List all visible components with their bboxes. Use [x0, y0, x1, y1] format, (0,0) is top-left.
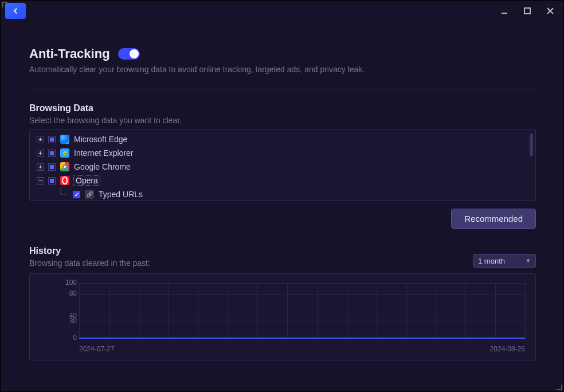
chevron-down-icon: ▼ — [526, 258, 531, 264]
gridline-vertical — [347, 283, 347, 338]
gridline-vertical — [406, 283, 407, 338]
tree-item-label: Google Chrome — [74, 162, 131, 171]
gridline-horizontal — [79, 316, 525, 316]
y-tick-label: 0 — [54, 334, 77, 342]
gridline-vertical — [317, 283, 318, 338]
gridline-horizontal — [79, 322, 525, 322]
gridline-vertical — [257, 283, 258, 338]
gridline-vertical — [198, 283, 198, 338]
history-chart: 03040801002024-07-272024-08-26 — [29, 273, 536, 360]
minimize-icon — [500, 7, 508, 15]
checkbox[interactable] — [48, 177, 56, 185]
tree-connector — [54, 189, 69, 200]
tree-item-label: Opera — [74, 176, 100, 185]
collapse-button[interactable]: − — [37, 177, 44, 185]
expand-button[interactable]: + — [37, 150, 44, 157]
divider — [29, 89, 536, 89]
tree-item[interactable]: +Google Chrome — [37, 160, 528, 174]
browsing-data-tree[interactable]: +Microsoft Edge+Internet Explorer+Google… — [29, 130, 536, 201]
gridline-vertical — [436, 283, 436, 338]
minimize-button[interactable] — [499, 6, 510, 16]
checkbox[interactable] — [48, 163, 56, 171]
gridline-vertical — [139, 283, 139, 338]
close-button[interactable] — [545, 6, 555, 16]
tree-item-label: Typed URLs — [99, 190, 143, 199]
checkbox[interactable] — [48, 136, 56, 143]
gridline-horizontal — [79, 294, 525, 295]
tree-item[interactable]: −Opera — [37, 174, 528, 187]
expand-button[interactable]: + — [37, 163, 44, 171]
tree-item[interactable]: +Microsoft Edge — [37, 132, 528, 146]
browsing-data-subtitle: Select the browsing data you want to cle… — [29, 116, 536, 125]
history-subtitle: Browsing data cleared in the past: — [29, 258, 150, 268]
gridline-vertical — [495, 283, 496, 338]
history-title: History — [29, 246, 150, 256]
checkbox[interactable] — [73, 191, 80, 198]
url-icon — [85, 190, 94, 199]
y-tick-label: 80 — [54, 289, 77, 297]
chrome-icon — [60, 162, 69, 171]
tree-child-item[interactable]: Typed URLs — [37, 187, 528, 201]
maximize-button[interactable] — [522, 6, 532, 16]
tree-item[interactable]: +Internet Explorer — [37, 146, 528, 160]
page-subtitle: Automatically clear your browsing data t… — [29, 65, 536, 74]
history-range-dropdown[interactable]: 1 month ▼ — [473, 254, 536, 268]
close-icon — [546, 7, 554, 15]
gridline-vertical — [228, 283, 228, 338]
back-button[interactable] — [5, 3, 26, 19]
x-tick-start: 2024-07-27 — [79, 345, 114, 353]
gridline-vertical — [109, 283, 109, 338]
maximize-icon — [523, 7, 531, 15]
tree-item-label: Internet Explorer — [74, 148, 134, 158]
ie-icon — [60, 148, 69, 158]
gridline-vertical — [287, 283, 288, 338]
toggle-knob — [130, 49, 139, 58]
y-tick-label: 40 — [54, 312, 77, 320]
gridline-horizontal — [79, 283, 525, 284]
browsing-data-title: Browsing Data — [29, 103, 536, 113]
history-range-label: 1 month — [478, 257, 505, 265]
tree-item-label: Microsoft Edge — [74, 135, 127, 144]
gridline-vertical — [79, 283, 80, 338]
gridline-vertical — [525, 283, 526, 338]
page-title: Anti-Tracking — [29, 46, 110, 61]
gridline-vertical — [377, 283, 377, 338]
y-tick-label: 100 — [54, 279, 77, 287]
edge-icon — [60, 135, 69, 144]
gridline-vertical — [169, 283, 169, 338]
svg-rect-0 — [524, 8, 530, 14]
opera-icon — [60, 176, 69, 185]
x-tick-end: 2024-08-26 — [490, 345, 525, 353]
expand-button[interactable]: + — [37, 136, 44, 143]
gridline-vertical — [465, 283, 466, 338]
checkbox[interactable] — [48, 150, 56, 157]
chart-series-line — [79, 338, 525, 339]
recommended-button[interactable]: Recommended — [451, 209, 536, 229]
scrollbar-thumb[interactable] — [530, 134, 533, 156]
arrow-left-icon — [11, 6, 20, 15]
anti-tracking-toggle[interactable] — [118, 48, 140, 60]
